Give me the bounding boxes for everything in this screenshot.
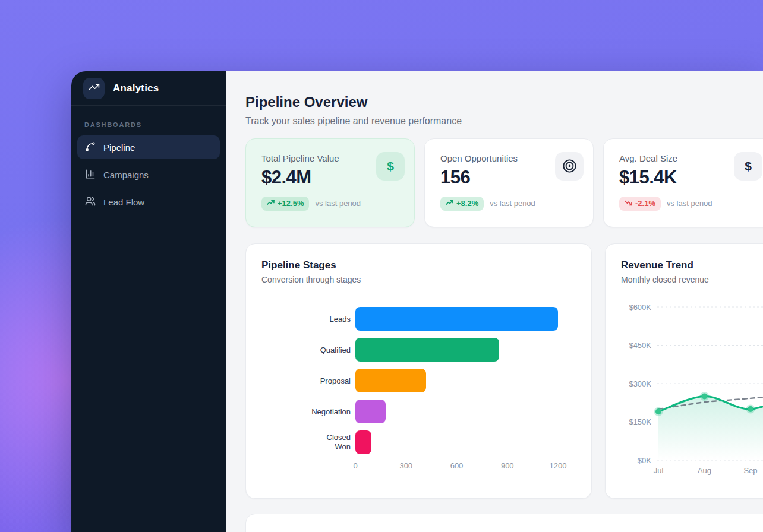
- trending-up-icon: [89, 81, 100, 95]
- bar-row-proposal: Proposal: [261, 369, 576, 392]
- delta-badge: +8.2%: [440, 197, 484, 211]
- sidebar-item-label: Campaigns: [103, 170, 149, 180]
- main-content: Pipeline Overview Track your sales pipel…: [226, 71, 763, 532]
- sidebar-item-campaigns[interactable]: Campaigns: [77, 163, 220, 186]
- pipeline-stages-x-axis: 03006009001200: [355, 461, 576, 472]
- sidebar: Analytics DASHBOARDS Pipeline Campaigns: [71, 71, 226, 532]
- trend-arrow-icon: [625, 199, 632, 208]
- x-axis-tick: 900: [501, 461, 514, 470]
- x-axis-tick: Aug: [698, 466, 711, 475]
- bar-closed-won: [355, 430, 371, 454]
- bar-negotiation: [355, 400, 386, 423]
- x-axis-tick: 1200: [550, 461, 567, 470]
- y-axis-tick: $300K: [629, 379, 651, 388]
- data-point-sep: [748, 406, 753, 412]
- chart-title: Pipeline Stages: [261, 259, 576, 271]
- users-icon: [85, 196, 96, 208]
- kpi-note: vs last period: [490, 199, 535, 208]
- y-axis-tick: $450K: [629, 341, 651, 350]
- bar-category-label: Proposal: [320, 376, 351, 386]
- bar-row-closed-won: Closed Won: [261, 430, 576, 454]
- bar-category-label: Qualified: [320, 346, 351, 355]
- sidebar-item-label: Pipeline: [103, 142, 135, 153]
- sidebar-section-label: DASHBOARDS: [77, 113, 220, 135]
- x-axis-tick: Jul: [654, 466, 664, 475]
- bar-category-label: Closed Won: [309, 433, 351, 452]
- x-axis-tick: 300: [399, 461, 412, 470]
- kpi-card-total-pipeline-value: Total Pipeline Value $2.4M +12.5% vs las…: [245, 138, 415, 227]
- bar-row-qualified: Qualified: [261, 338, 576, 362]
- charts-row: Pipeline Stages Conversion through stage…: [245, 243, 763, 499]
- bar-category-label: Negotiation: [311, 407, 351, 417]
- trend-arrow-icon: [446, 199, 453, 208]
- app-window: Analytics DASHBOARDS Pipeline Campaigns: [71, 71, 763, 532]
- kpi-card-avg-deal-size: Avg. Deal Size $15.4K -2.1% vs last peri…: [603, 138, 763, 227]
- page-subtitle: Track your sales pipeline and revenue pe…: [245, 116, 763, 126]
- kpi-note: vs last period: [315, 199, 361, 208]
- app-logo: [83, 78, 105, 99]
- trend-arrow-icon: [267, 199, 275, 208]
- y-axis-tick: $150K: [629, 417, 651, 426]
- data-point-aug: [702, 393, 708, 399]
- dollar-icon: $: [376, 152, 405, 180]
- pipeline-stages-bars: LeadsQualifiedProposalNegotiationClosed …: [261, 307, 576, 454]
- bar-row-negotiation: Negotiation: [261, 400, 576, 423]
- revenue-trend-chart: $0K$150K$300K$450K$600KJulAugSepOct: [606, 244, 763, 499]
- delta-badge: +12.5%: [261, 197, 309, 211]
- x-axis-tick: Sep: [743, 466, 757, 475]
- sidebar-nav: DASHBOARDS Pipeline Campaigns: [71, 106, 226, 224]
- target-icon: [555, 152, 584, 180]
- x-axis-tick: 600: [450, 461, 464, 470]
- bar-chart-icon: [85, 169, 96, 181]
- page-title: Pipeline Overview: [245, 94, 763, 111]
- bar-leads: [355, 307, 558, 331]
- revenue-area: [658, 391, 763, 460]
- bottom-card-partial: [245, 514, 763, 532]
- dollar-icon: $: [734, 152, 762, 180]
- delta-badge: -2.1%: [619, 197, 661, 211]
- sidebar-item-lead-flow[interactable]: Lead Flow: [77, 190, 220, 214]
- bar-qualified: [355, 338, 499, 362]
- bar-category-label: Leads: [330, 315, 351, 324]
- bar-proposal: [355, 369, 426, 392]
- revenue-trend-card: Revenue Trend Monthly closed revenue $0K…: [605, 243, 763, 499]
- y-axis-tick: $600K: [629, 302, 651, 311]
- spline-icon: [85, 141, 96, 154]
- chart-subtitle: Conversion through stages: [261, 275, 576, 284]
- sidebar-item-label: Lead Flow: [103, 197, 144, 207]
- pipeline-stages-card: Pipeline Stages Conversion through stage…: [245, 243, 592, 499]
- x-axis-tick: 0: [353, 461, 357, 470]
- y-axis-tick: $0K: [638, 455, 651, 464]
- kpi-row: Total Pipeline Value $2.4M +12.5% vs las…: [245, 138, 763, 227]
- kpi-note: vs last period: [667, 199, 712, 208]
- bar-row-leads: Leads: [261, 307, 576, 331]
- app-title: Analytics: [113, 83, 159, 94]
- sidebar-header: Analytics: [71, 71, 226, 106]
- sidebar-item-pipeline[interactable]: Pipeline: [77, 135, 220, 159]
- kpi-card-open-opportunities: Open Opportunities 156 +8.2% vs last per…: [424, 138, 594, 227]
- data-point-jul: [655, 408, 661, 414]
